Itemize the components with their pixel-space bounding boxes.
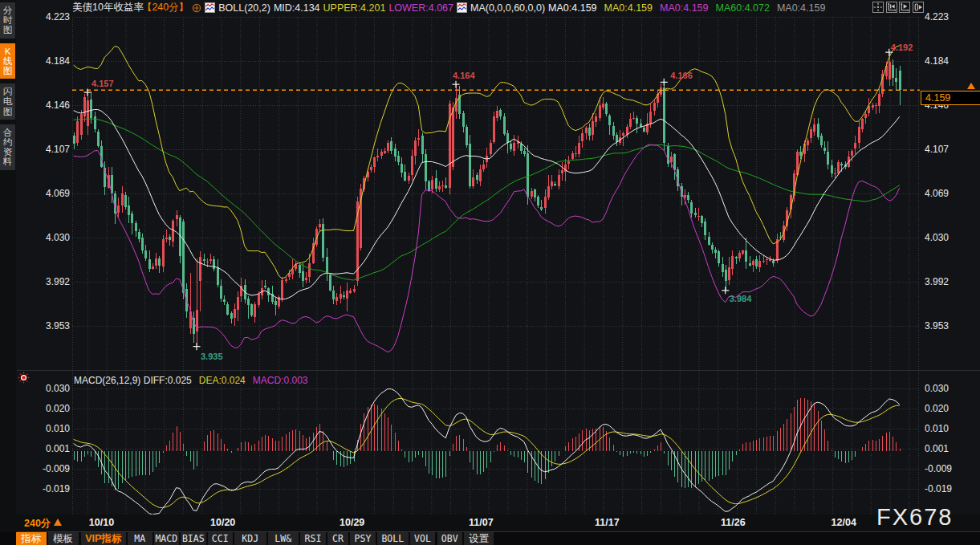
macd-params-label: MACD(26,12,9) DIFF:0.025 [74, 375, 192, 386]
last-price-box: 4.159 [921, 91, 980, 105]
watermark: FX678 [876, 504, 953, 531]
macd-axis-label-right: -0.019 [925, 483, 952, 494]
price-annotation: 4.192 [891, 43, 913, 52]
crosshair-tool-icon[interactable] [872, 2, 884, 13]
price-up-arrow-icon [966, 83, 976, 90]
sidebar-tab-2[interactable]: K线图 [0, 43, 15, 79]
chart-type-sidebar: 分时图K线图闪电图合约资料 [0, 0, 16, 545]
kline-chart-app: {"window":{"width":1221,"height":679},"c… [0, 0, 980, 545]
macd-axis-label-left: 0.020 [22, 403, 70, 414]
price-axis-label-left: 4.107 [22, 144, 70, 155]
toolbar-button-RSI[interactable]: RSI [300, 532, 326, 545]
macd-axis-label-right: -0.009 [925, 463, 952, 474]
chart-toolbar-icons [872, 2, 924, 13]
y-axis-scale-left-icon[interactable] [886, 2, 897, 13]
date-label: 11/17 [595, 517, 620, 528]
sidebar-tab-3[interactable]: 闪电图 [0, 83, 15, 120]
instrument-title: 美债10年收益率 [72, 1, 144, 14]
price-axis-label-right: 3.953 [925, 320, 949, 331]
macd-axis-label-left: 0.001 [22, 443, 70, 454]
macd-axis-label-right: 0.020 [925, 403, 949, 414]
toolbar-button-BOLL[interactable]: BOLL [377, 532, 409, 545]
ma-value-4: MA60:4.072 [716, 2, 770, 14]
ma-value-5: MA0:4.159 [777, 2, 825, 14]
ma-params-label: MA(0,0,0,60,0,0) [470, 2, 545, 14]
date-label: 10/20 [210, 517, 235, 528]
toolbar-button-BIAS[interactable]: BIAS [181, 532, 206, 545]
date-label: 10/10 [89, 517, 114, 528]
y-axis-scale-right-icon[interactable] [899, 2, 910, 13]
sidebar-tab-4[interactable]: 合约资料 [0, 124, 15, 170]
ma-value-1: MA0:4.159 [548, 2, 596, 14]
price-axis-label-left: 3.992 [22, 276, 70, 287]
price-axis-label-right: 4.069 [925, 188, 949, 199]
macd-axis-label-left: 0.010 [22, 423, 70, 434]
macd-dea-value: DEA:0.024 [199, 375, 246, 386]
macd-axis-label-left: 0.030 [22, 383, 70, 394]
date-label: 11/07 [469, 517, 494, 528]
timeframe-up-arrow-icon[interactable] [54, 519, 62, 526]
toolbar-button-MACD[interactable]: MACD [154, 532, 179, 545]
macd-axis-label-right: 0.001 [925, 443, 949, 454]
price-annotation: 4.157 [91, 79, 114, 88]
macd-header: MACD(26,12,9) DIFF:0.025 DEA:0.024 MACD:… [74, 375, 308, 386]
toolbar-button-指标[interactable]: 指标 [16, 532, 47, 545]
toolbar-button-设置[interactable]: 设置 [464, 532, 494, 545]
price-axis-label-left: 4.184 [22, 55, 70, 67]
toolbar-button-LW&[interactable]: LW& [268, 532, 299, 545]
toolbar-button-VOL[interactable]: VOL [410, 532, 435, 545]
price-axis-label-left: 3.953 [22, 320, 70, 331]
period-label: 【240分】 [142, 1, 189, 14]
toolbar-button-模板[interactable]: 模板 [48, 532, 79, 545]
date-label: 12/04 [832, 517, 856, 528]
price-axis-label-right: 4.184 [925, 55, 949, 67]
price-annotation: 3.935 [201, 352, 223, 361]
date-label: 11/26 [721, 517, 746, 528]
sidebar-tab-1[interactable]: 分时图 [0, 2, 15, 39]
price-axis-label-right: 4.107 [925, 144, 949, 155]
chart-canvas[interactable] [0, 0, 980, 545]
timeframe-label[interactable]: 240分 [24, 517, 51, 531]
indicator-toolbar: 指标模板VIP指标MAMACDBIASCCIKDJLW&RSICRPSYBOLL… [0, 532, 980, 545]
toolbar-button-KDJ[interactable]: KDJ [234, 532, 266, 545]
ma-value-3: MA0:4.159 [660, 2, 708, 14]
toolbar-button-CCI[interactable]: CCI [208, 532, 233, 545]
toolbar-button-CR[interactable]: CR [327, 532, 348, 545]
price-annotation: 3.984 [730, 294, 752, 303]
macd-axis-label-right: 0.010 [925, 423, 949, 434]
boll-mid-value: MID:4.134 [274, 2, 320, 14]
boll-upper-value: UPPER:4.201 [323, 2, 386, 14]
price-axis-label-right: 3.992 [925, 276, 949, 287]
macd-macd-value: MACD:0.003 [253, 375, 308, 386]
macd-axis-label-left: -0.009 [22, 463, 70, 474]
ma-value-2: MA0:4.159 [604, 2, 653, 14]
price-axis-label-right: 4.223 [925, 11, 949, 22]
indicator-title-bar: 美债10年收益率 【240分】 BOLL(20,2) MID:4.134 UPP… [72, 2, 825, 14]
toolbar-button-PSY[interactable]: PSY [350, 532, 376, 545]
macd-axis-label-left: -0.019 [22, 483, 70, 494]
ma-values: MA0:4.159MA0:4.159MA0:4.159MA60:4.072MA0… [548, 2, 825, 14]
boll-indicator-icon[interactable] [205, 2, 215, 13]
price-axis-label-left: 4.146 [22, 100, 70, 111]
price-axis-label-right: 4.030 [925, 232, 949, 243]
boll-lower-value: LOWER:4.067 [388, 2, 453, 14]
macd-axis-label-right: 0.030 [925, 383, 949, 394]
ma-indicator-icon[interactable] [457, 2, 467, 13]
price-annotation: 4.166 [670, 71, 693, 80]
price-axis-label-left: 4.223 [22, 11, 70, 22]
date-label: 10/29 [340, 517, 364, 528]
price-axis-label-left: 4.030 [22, 232, 70, 243]
price-axis-label-left: 4.069 [22, 188, 70, 199]
price-annotation: 4.164 [453, 71, 475, 80]
pan-to-latest-icon[interactable] [913, 2, 924, 13]
time-axis: 240分 10/1010/2010/2911/0711/1711/2612/04 [0, 514, 980, 531]
toolbar-button-MA[interactable]: MA [128, 532, 152, 545]
boll-params-label: BOLL(20,2) [218, 2, 270, 14]
toolbar-button-OBV[interactable]: OBV [437, 532, 462, 545]
circle-plus-icon[interactable] [192, 3, 201, 13]
toolbar-button-VIP指标[interactable]: VIP指标 [81, 532, 126, 545]
